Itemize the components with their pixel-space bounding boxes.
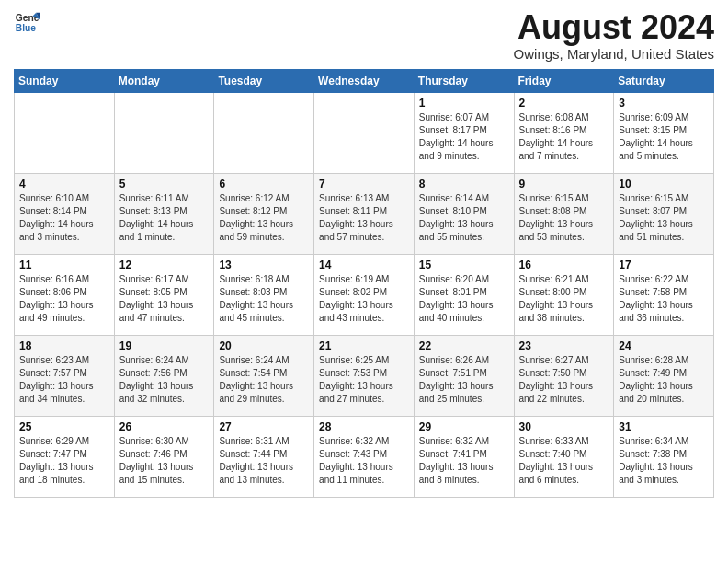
calendar-cell: 21Sunrise: 6:25 AM Sunset: 7:53 PM Dayli… (314, 335, 415, 416)
calendar-cell: 5Sunrise: 6:11 AM Sunset: 8:13 PM Daylig… (114, 173, 214, 254)
title-block: August 2024 Owings, Maryland, United Sta… (514, 9, 714, 62)
day-info: Sunrise: 6:30 AM Sunset: 7:46 PM Dayligh… (119, 435, 210, 487)
calendar-cell: 9Sunrise: 6:15 AM Sunset: 8:08 PM Daylig… (514, 173, 614, 254)
day-info: Sunrise: 6:15 AM Sunset: 8:08 PM Dayligh… (519, 192, 609, 244)
calendar-cell: 17Sunrise: 6:22 AM Sunset: 7:58 PM Dayli… (614, 254, 714, 335)
day-info: Sunrise: 6:24 AM Sunset: 7:56 PM Dayligh… (119, 354, 210, 406)
calendar-cell: 15Sunrise: 6:20 AM Sunset: 8:01 PM Dayli… (414, 254, 514, 335)
calendar-cell: 12Sunrise: 6:17 AM Sunset: 8:05 PM Dayli… (114, 254, 214, 335)
page-header: General Blue August 2024 Owings, Marylan… (14, 9, 714, 62)
day-number: 24 (619, 339, 709, 352)
day-number: 18 (19, 339, 109, 352)
calendar-cell: 26Sunrise: 6:30 AM Sunset: 7:46 PM Dayli… (114, 416, 214, 497)
day-number: 2 (519, 97, 609, 109)
day-number: 3 (619, 97, 709, 109)
day-number: 28 (319, 420, 409, 433)
calendar-cell: 4Sunrise: 6:10 AM Sunset: 8:14 PM Daylig… (15, 173, 115, 254)
day-number: 29 (419, 420, 509, 433)
calendar-cell: 1Sunrise: 6:07 AM Sunset: 8:17 PM Daylig… (414, 92, 514, 173)
calendar-cell: 16Sunrise: 6:21 AM Sunset: 8:00 PM Dayli… (514, 254, 614, 335)
day-info: Sunrise: 6:32 AM Sunset: 7:43 PM Dayligh… (319, 435, 409, 487)
calendar-cell: 27Sunrise: 6:31 AM Sunset: 7:44 PM Dayli… (214, 416, 314, 497)
header-friday: Friday (514, 69, 614, 92)
day-number: 9 (519, 178, 609, 190)
calendar-cell: 19Sunrise: 6:24 AM Sunset: 7:56 PM Dayli… (114, 335, 214, 416)
calendar-week-5: 25Sunrise: 6:29 AM Sunset: 7:47 PM Dayli… (15, 416, 714, 497)
day-number: 1 (419, 97, 509, 109)
calendar-cell: 24Sunrise: 6:28 AM Sunset: 7:49 PM Dayli… (614, 335, 714, 416)
day-info: Sunrise: 6:28 AM Sunset: 7:49 PM Dayligh… (619, 354, 709, 406)
calendar-cell: 23Sunrise: 6:27 AM Sunset: 7:50 PM Dayli… (514, 335, 614, 416)
day-number: 8 (419, 178, 509, 190)
day-number: 17 (619, 259, 709, 271)
calendar-cell: 30Sunrise: 6:33 AM Sunset: 7:40 PM Dayli… (514, 416, 614, 497)
day-info: Sunrise: 6:33 AM Sunset: 7:40 PM Dayligh… (519, 435, 609, 487)
day-number: 11 (19, 259, 109, 271)
calendar-week-3: 11Sunrise: 6:16 AM Sunset: 8:06 PM Dayli… (15, 254, 714, 335)
header-saturday: Saturday (614, 69, 714, 92)
header-tuesday: Tuesday (214, 69, 314, 92)
logo-icon: General Blue (14, 9, 40, 35)
day-info: Sunrise: 6:09 AM Sunset: 8:15 PM Dayligh… (619, 111, 709, 163)
header-wednesday: Wednesday (314, 69, 415, 92)
calendar-cell: 8Sunrise: 6:14 AM Sunset: 8:10 PM Daylig… (414, 173, 514, 254)
calendar-cell: 22Sunrise: 6:26 AM Sunset: 7:51 PM Dayli… (414, 335, 514, 416)
day-number: 26 (119, 420, 210, 433)
day-number: 14 (319, 259, 409, 271)
day-info: Sunrise: 6:15 AM Sunset: 8:07 PM Dayligh… (619, 192, 709, 244)
calendar-cell: 18Sunrise: 6:23 AM Sunset: 7:57 PM Dayli… (15, 335, 115, 416)
day-info: Sunrise: 6:21 AM Sunset: 8:00 PM Dayligh… (519, 273, 609, 325)
calendar-cell: 6Sunrise: 6:12 AM Sunset: 8:12 PM Daylig… (214, 173, 314, 254)
calendar-cell (114, 92, 214, 173)
day-number: 10 (619, 178, 709, 190)
svg-text:Blue: Blue (16, 23, 37, 33)
day-number: 16 (519, 259, 609, 271)
day-info: Sunrise: 6:31 AM Sunset: 7:44 PM Dayligh… (219, 435, 309, 487)
day-number: 21 (319, 339, 409, 352)
day-info: Sunrise: 6:14 AM Sunset: 8:10 PM Dayligh… (419, 192, 509, 244)
day-info: Sunrise: 6:27 AM Sunset: 7:50 PM Dayligh… (519, 354, 609, 406)
day-info: Sunrise: 6:25 AM Sunset: 7:53 PM Dayligh… (319, 354, 409, 406)
header-sunday: Sunday (15, 69, 115, 92)
day-info: Sunrise: 6:11 AM Sunset: 8:13 PM Dayligh… (119, 192, 210, 244)
calendar-cell: 13Sunrise: 6:18 AM Sunset: 8:03 PM Dayli… (214, 254, 314, 335)
day-number: 12 (119, 259, 210, 271)
header-thursday: Thursday (414, 69, 514, 92)
calendar-cell (214, 92, 314, 173)
day-info: Sunrise: 6:20 AM Sunset: 8:01 PM Dayligh… (419, 273, 509, 325)
calendar-title: August 2024 (514, 9, 714, 46)
day-info: Sunrise: 6:13 AM Sunset: 8:11 PM Dayligh… (319, 192, 409, 244)
calendar-cell: 29Sunrise: 6:32 AM Sunset: 7:41 PM Dayli… (414, 416, 514, 497)
calendar-cell (15, 92, 115, 173)
day-number: 5 (119, 178, 210, 190)
day-info: Sunrise: 6:17 AM Sunset: 8:05 PM Dayligh… (119, 273, 210, 325)
day-info: Sunrise: 6:19 AM Sunset: 8:02 PM Dayligh… (319, 273, 409, 325)
day-number: 31 (619, 420, 709, 433)
header-monday: Monday (114, 69, 214, 92)
calendar-week-1: 1Sunrise: 6:07 AM Sunset: 8:17 PM Daylig… (15, 92, 714, 173)
day-number: 13 (219, 259, 309, 271)
day-info: Sunrise: 6:23 AM Sunset: 7:57 PM Dayligh… (19, 354, 109, 406)
day-info: Sunrise: 6:24 AM Sunset: 7:54 PM Dayligh… (219, 354, 309, 406)
calendar-cell: 7Sunrise: 6:13 AM Sunset: 8:11 PM Daylig… (314, 173, 415, 254)
day-number: 22 (419, 339, 509, 352)
day-number: 19 (119, 339, 210, 352)
day-info: Sunrise: 6:26 AM Sunset: 7:51 PM Dayligh… (419, 354, 509, 406)
calendar-cell: 25Sunrise: 6:29 AM Sunset: 7:47 PM Dayli… (15, 416, 115, 497)
day-number: 25 (19, 420, 109, 433)
day-info: Sunrise: 6:34 AM Sunset: 7:38 PM Dayligh… (619, 435, 709, 487)
day-info: Sunrise: 6:18 AM Sunset: 8:03 PM Dayligh… (219, 273, 309, 325)
calendar-week-4: 18Sunrise: 6:23 AM Sunset: 7:57 PM Dayli… (15, 335, 714, 416)
day-info: Sunrise: 6:07 AM Sunset: 8:17 PM Dayligh… (419, 111, 509, 163)
day-info: Sunrise: 6:22 AM Sunset: 7:58 PM Dayligh… (619, 273, 709, 325)
day-number: 20 (219, 339, 309, 352)
day-number: 6 (219, 178, 309, 190)
calendar-cell: 28Sunrise: 6:32 AM Sunset: 7:43 PM Dayli… (314, 416, 415, 497)
day-number: 23 (519, 339, 609, 352)
day-number: 27 (219, 420, 309, 433)
calendar-cell: 3Sunrise: 6:09 AM Sunset: 8:15 PM Daylig… (614, 92, 714, 173)
calendar-location: Owings, Maryland, United States (514, 46, 714, 62)
calendar-table: SundayMondayTuesdayWednesdayThursdayFrid… (14, 69, 714, 498)
day-info: Sunrise: 6:08 AM Sunset: 8:16 PM Dayligh… (519, 111, 609, 163)
day-number: 15 (419, 259, 509, 271)
